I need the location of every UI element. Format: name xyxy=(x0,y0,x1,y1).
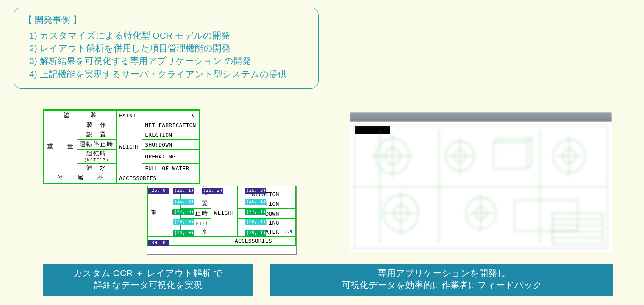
caption-right: 専用アプリケーションを開発し 可視化データを効率的に作業者にフィードバック xyxy=(270,264,613,296)
caption-text: 専用アプリケーションを開発し 可視化データを効率的に作業者にフィードバック xyxy=(342,268,542,290)
cell: 製 作 xyxy=(77,120,117,130)
coord-label: (30, 0) xyxy=(148,240,169,246)
coord-label: (26, 1) xyxy=(245,199,266,205)
coord-label: (25, 3) xyxy=(245,188,266,194)
cell: 満 水 xyxy=(77,164,117,173)
cell: NET FABRICATION xyxy=(142,120,199,130)
cell: 運転停止時 xyxy=(77,140,117,150)
coord-label: (25, 2) xyxy=(202,188,223,194)
cad-titlebar xyxy=(350,112,612,122)
cad-drawing xyxy=(354,125,608,249)
cell: WEIGHT xyxy=(117,120,142,173)
cell: ACCESSORIES xyxy=(211,237,296,246)
cell: 運転時 (NOTE12) xyxy=(77,150,117,164)
coord-label: (29, 1) xyxy=(245,230,266,236)
case-title: 【 開発事例 】 xyxy=(23,14,309,26)
ocr-table-annotated: 装 重 量 作 WEIGHT RICATION 置 TION 止時 DOWN xyxy=(147,186,297,255)
cell: 設 置 xyxy=(77,130,117,140)
svg-rect-11 xyxy=(514,200,577,231)
caption-left: カスタム OCR ＋ レイアウト解析 で 詳細なデータ可視化を実現 xyxy=(43,264,253,296)
cell: (29 xyxy=(282,227,296,237)
caption-text: カスタム OCR ＋ レイアウト解析 で 詳細なデータ可視化を実現 xyxy=(73,268,223,290)
coord-label: (28, 1) xyxy=(245,219,266,225)
ocr-table-original: 塗 装 PAINT V 重 量 製 作 WEIGHT NET FABRICATI… xyxy=(43,109,200,188)
cell: 塗 装 xyxy=(44,110,117,120)
cell: OPERATING xyxy=(142,150,199,164)
cell: WEIGHT xyxy=(211,189,237,237)
case-item: 2) レイアウト解析を併用した項目管理機能の開発 xyxy=(29,42,309,55)
case-list: 1) カスタマイズによる特化型 OCR モデルの開発 2) レイアウト解析を併用… xyxy=(23,29,309,80)
cell: 付 属 品 xyxy=(44,173,117,183)
coord-label: (28, 0) xyxy=(173,219,194,225)
cell: 重 量 xyxy=(44,120,77,173)
left-illustration: 塗 装 PAINT V 重 量 製 作 WEIGHT NET FABRICATI… xyxy=(43,109,303,189)
case-item: 4) 上記機能を実現するサーバ・クライアント型システムの提供 xyxy=(29,68,309,80)
cad-viewer-screenshot xyxy=(350,112,612,252)
coord-label: (26, 0) xyxy=(173,199,194,205)
coord-label: (27, 1) xyxy=(245,209,266,215)
coord-label: (27, 0) xyxy=(173,209,194,215)
case-item: 3) 解析結果を可視化する専用アプリケーション の開発 xyxy=(29,55,309,67)
case-item: 1) カスタマイズによる特化型 OCR モデルの開発 xyxy=(29,29,309,42)
svg-rect-4 xyxy=(494,142,527,168)
cell: ERECTION xyxy=(142,130,199,140)
coord-label: (29, 0) xyxy=(173,230,194,236)
coord-label: (25, 1) xyxy=(173,188,194,194)
coord-label: (25, 0) xyxy=(148,188,169,194)
cell: FULL OF WATER xyxy=(142,164,199,173)
case-box: 【 開発事例 】 1) カスタマイズによる特化型 OCR モデルの開発 2) レ… xyxy=(14,8,319,89)
cell: PAINT xyxy=(117,110,142,120)
cell: V xyxy=(189,110,199,120)
cell: SHUTDOWN xyxy=(142,140,199,150)
cell: ACCESSORIES xyxy=(117,173,200,183)
